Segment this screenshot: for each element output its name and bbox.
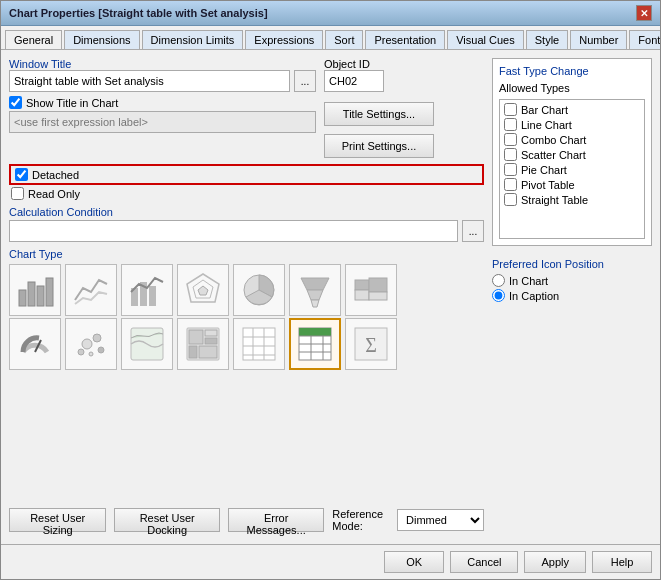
check-combo-chart[interactable] [504, 133, 517, 146]
svg-point-21 [93, 334, 101, 342]
show-title-check[interactable] [9, 96, 22, 109]
ok-button[interactable]: OK [384, 551, 444, 573]
window-title-input[interactable] [9, 70, 290, 92]
tab-dimension-limits[interactable]: Dimension Limits [142, 30, 244, 49]
read-only-checkbox-label[interactable]: Read Only [11, 187, 484, 200]
print-settings-button[interactable]: Print Settings... [324, 134, 434, 158]
check-straight-table[interactable] [504, 193, 517, 206]
list-item-combo: Combo Chart [502, 132, 642, 147]
chart-icon-line-area[interactable] [65, 264, 117, 316]
label-line-chart: Line Chart [521, 119, 572, 131]
apply-button[interactable]: Apply [524, 551, 586, 573]
chart-icon-pivot[interactable] [233, 318, 285, 370]
reference-mode-label: Reference Mode: [332, 508, 391, 532]
expression-label-input[interactable] [9, 111, 316, 133]
main-content: Window Title ... Show Title in Chart [1, 50, 660, 544]
chart-icon-mekko[interactable] [345, 264, 397, 316]
chart-icon-scatter[interactable] [65, 318, 117, 370]
chart-type-grid: Σ [9, 264, 484, 370]
detached-label: Detached [32, 169, 79, 181]
chart-icon-map[interactable] [121, 318, 173, 370]
svg-rect-1 [28, 282, 35, 306]
svg-rect-29 [189, 346, 197, 358]
in-caption-radio-label[interactable]: In Caption [492, 289, 652, 302]
cancel-button[interactable]: Cancel [450, 551, 518, 573]
check-scatter-chart[interactable] [504, 148, 517, 161]
chart-icon-radar[interactable] [177, 264, 229, 316]
svg-point-20 [82, 339, 92, 349]
tab-sort[interactable]: Sort [325, 30, 363, 49]
fast-type-change-title: Fast Type Change [499, 65, 645, 77]
object-id-input[interactable] [324, 70, 384, 92]
show-title-label: Show Title in Chart [26, 97, 118, 109]
help-button[interactable]: Help [592, 551, 652, 573]
list-item-straight: Straight Table [502, 192, 642, 207]
check-pie-chart[interactable] [504, 163, 517, 176]
detached-checkbox-label[interactable]: Detached [15, 168, 79, 181]
in-chart-radio-label[interactable]: In Chart [492, 274, 652, 287]
reset-docking-button[interactable]: Reset User Docking [114, 508, 220, 532]
svg-point-23 [89, 352, 93, 356]
reset-sizing-button[interactable]: Reset User Sizing [9, 508, 106, 532]
tab-number[interactable]: Number [570, 30, 627, 49]
title-settings-button[interactable]: Title Settings... [324, 102, 434, 126]
svg-rect-30 [199, 346, 217, 358]
svg-marker-12 [307, 290, 323, 300]
chart-icon-pie[interactable] [233, 264, 285, 316]
header-left: Window Title ... Show Title in Chart [9, 58, 316, 158]
chart-icon-funnel[interactable] [289, 264, 341, 316]
calc-condition-group: Calculation Condition ... [9, 206, 484, 242]
window-title-ellipsis[interactable]: ... [294, 70, 316, 92]
tab-dimensions[interactable]: Dimensions [64, 30, 139, 49]
svg-marker-13 [311, 300, 319, 307]
label-pivot-table: Pivot Table [521, 179, 575, 191]
reference-mode-select[interactable]: Dimmed Hidden Normal [397, 509, 484, 531]
footer: OK Cancel Apply Help [1, 544, 660, 579]
chart-icon-gauge[interactable] [9, 318, 61, 370]
check-bar-chart[interactable] [504, 103, 517, 116]
svg-rect-3 [46, 278, 53, 306]
tab-general[interactable]: General [5, 30, 62, 50]
label-bar-chart: Bar Chart [521, 104, 568, 116]
header-right: Object ID Title Settings... Print Settin… [324, 58, 484, 158]
tab-presentation[interactable]: Presentation [365, 30, 445, 49]
svg-rect-27 [205, 330, 217, 336]
close-button[interactable]: ✕ [636, 5, 652, 21]
fast-type-change-box: Fast Type Change Allowed Types Bar Chart… [492, 58, 652, 246]
svg-marker-9 [198, 286, 208, 295]
in-caption-radio[interactable] [492, 289, 505, 302]
chart-icon-treemap[interactable] [177, 318, 229, 370]
error-messages-button[interactable]: Error Messages... [228, 508, 324, 532]
calc-condition-ellipsis[interactable]: ... [462, 220, 484, 242]
tab-expressions[interactable]: Expressions [245, 30, 323, 49]
svg-rect-0 [19, 290, 26, 306]
chart-type-label: Chart Type [9, 248, 484, 260]
list-item-pie: Pie Chart [502, 162, 642, 177]
svg-point-19 [78, 349, 84, 355]
chart-icon-straight-table[interactable] [289, 318, 341, 370]
svg-rect-2 [37, 286, 44, 306]
svg-point-22 [98, 347, 104, 353]
tab-visual-cues[interactable]: Visual Cues [447, 30, 524, 49]
detached-container: Detached [9, 164, 484, 185]
check-pivot-table[interactable] [504, 178, 517, 191]
title-bar: Chart Properties [Straight table with Se… [1, 1, 660, 26]
right-panel: Fast Type Change Allowed Types Bar Chart… [492, 58, 652, 536]
tab-font[interactable]: Font [629, 30, 660, 49]
preferred-icon-title: Preferred Icon Position [492, 258, 652, 270]
chart-icon-bar[interactable] [9, 264, 61, 316]
svg-rect-15 [355, 290, 369, 300]
in-chart-radio[interactable] [492, 274, 505, 287]
check-line-chart[interactable] [504, 118, 517, 131]
chart-icon-text[interactable]: Σ [345, 318, 397, 370]
left-panel: Window Title ... Show Title in Chart [9, 58, 484, 536]
read-only-check[interactable] [11, 187, 24, 200]
calc-condition-input[interactable] [9, 220, 458, 242]
chart-icon-combo[interactable] [121, 264, 173, 316]
detached-check[interactable] [15, 168, 28, 181]
label-pie-chart: Pie Chart [521, 164, 567, 176]
show-title-checkbox[interactable]: Show Title in Chart [9, 96, 316, 109]
tab-style[interactable]: Style [526, 30, 568, 49]
window-title-label: Window Title [9, 58, 316, 70]
read-only-label: Read Only [28, 188, 80, 200]
